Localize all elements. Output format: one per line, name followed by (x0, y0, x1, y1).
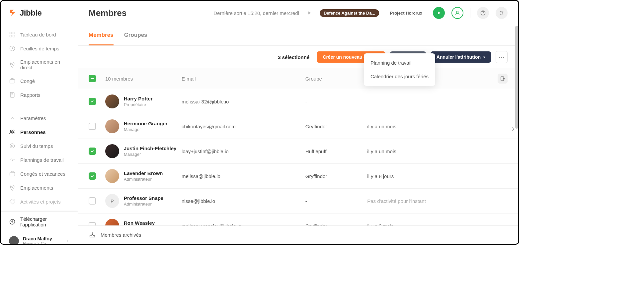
sidebar-item-work-schedules[interactable]: Plannings de travail (1, 153, 78, 167)
svg-point-16 (456, 11, 458, 13)
sidebar-item-label: Activités et projets (20, 199, 61, 205)
sidebar-item-label: Paramètres (20, 115, 46, 121)
table-row[interactable]: Hermione Granger Manager chikoritayes@gm… (78, 114, 518, 139)
profile-org: Hogwarts Co (23, 241, 62, 245)
tabs: Membres Groupes (78, 25, 518, 46)
avatar (9, 236, 19, 245)
row-checkbox[interactable] (89, 197, 96, 205)
member-name: Professor Snape (124, 195, 163, 201)
member-activity: Pas d'activité pour l'instant (367, 198, 491, 204)
sidebar-item-settings[interactable]: Paramètres (1, 111, 78, 125)
sidebar-item-label: Rapports (20, 92, 40, 98)
avatar (105, 144, 119, 158)
svg-rect-6 (10, 80, 15, 83)
unassign-button[interactable]: Annuler l'attribution ▾ (431, 51, 491, 63)
report-icon (9, 91, 16, 98)
dashboard-icon (9, 31, 16, 38)
settings-button[interactable] (496, 7, 508, 19)
sidebar-item-time-tracking[interactable]: Suivi du temps (1, 139, 78, 153)
page-title: Membres (89, 8, 207, 18)
member-email: melissa+32@jibble.io (182, 99, 305, 104)
sidebar-item-label: Congés et vacances (20, 171, 65, 177)
row-checkbox[interactable] (89, 172, 96, 180)
tag-icon (9, 198, 16, 205)
sidebar-item-leave-vacations[interactable]: Congés et vacances (1, 167, 78, 181)
location-icon (9, 184, 16, 191)
download-icon (9, 218, 16, 225)
table-row[interactable]: Justin Finch-Fletchley Manager loay+just… (78, 139, 518, 164)
svg-point-14 (13, 200, 14, 201)
sidebar-item-people[interactable]: Personnes (1, 125, 78, 139)
sidebar-item-activities[interactable]: Activités et projets (1, 195, 78, 209)
avatar (105, 119, 119, 133)
svg-rect-12 (10, 172, 15, 176)
svg-rect-3 (13, 35, 15, 37)
sidebar-item-timesheets[interactable]: Feuilles de temps (1, 41, 78, 55)
table-row[interactable]: Ron Weasley Administrateur melissa+weasl… (78, 213, 518, 225)
svg-point-13 (12, 186, 13, 187)
header: Membres Dernière sortie 15:20, dernier m… (78, 1, 518, 25)
sidebar-bottom: Télécharger l'application Draco Malfoy H… (1, 211, 78, 245)
scrollbar-thumb[interactable] (515, 26, 518, 129)
sidebar-item-label: Plannings de travail (20, 157, 64, 163)
table-row[interactable]: Lavender Brown Administrateur melissa@ji… (78, 164, 518, 189)
sidebar-profile[interactable]: Draco Malfoy Hogwarts Co (1, 232, 78, 245)
table-row[interactable]: P Professor Snape Administrateur nisse@j… (78, 189, 518, 213)
row-checkbox[interactable] (89, 123, 96, 130)
avatar: P (105, 194, 119, 208)
table-row[interactable]: Harry Potter Propriétaire melissa+32@jib… (78, 89, 518, 114)
dropdown-item-holiday-calendar[interactable]: Calendrier des jours fériés (364, 70, 435, 83)
tab-members[interactable]: Membres (89, 25, 114, 45)
schedule-icon (9, 156, 16, 163)
col-email-header: E-mail (182, 76, 305, 82)
timer-play-button[interactable] (433, 7, 445, 19)
member-group: Gryffindor (305, 124, 367, 129)
main-content: Membres Dernière sortie 15:20, dernier m… (78, 1, 518, 244)
member-email: melissa+weasley@jibble.io (182, 223, 305, 226)
sidebar-item-label: Congé (20, 78, 35, 84)
sidebar-item-label: Emplacements en direct (20, 59, 70, 70)
svg-rect-2 (10, 35, 12, 37)
briefcase-icon (9, 170, 16, 177)
archived-label: Membres archivés (101, 232, 141, 238)
member-role: Administrateur (124, 177, 163, 182)
member-group: Hufflepuff (305, 149, 367, 154)
sidebar-item-dashboard[interactable]: Tableau de bord (1, 28, 78, 41)
sidebar-item-live-locations[interactable]: Emplacements en direct (1, 55, 78, 74)
dropdown-item-work-schedule[interactable]: Planning de travail (364, 56, 435, 70)
sidebar-item-label: Télécharger l'application (20, 216, 70, 227)
sidebar-item-leave[interactable]: Congé (1, 74, 78, 88)
sidebar-item-label: Feuilles de temps (20, 46, 59, 51)
sidebar-item-download[interactable]: Télécharger l'application (1, 212, 78, 232)
sidebar-item-reports[interactable]: Rapports (1, 88, 78, 102)
member-name: Hermione Granger (124, 121, 168, 126)
svg-point-9 (13, 130, 14, 132)
svg-rect-0 (10, 32, 12, 34)
help-button[interactable] (477, 7, 489, 19)
archived-members[interactable]: Membres archivés (78, 225, 518, 244)
member-email: loay+justinf@jibble.io (182, 149, 305, 154)
play-small-icon[interactable] (306, 9, 313, 17)
divider (470, 8, 470, 18)
member-group: - (305, 198, 367, 204)
logo[interactable]: Jibble (1, 1, 78, 25)
member-group: - (305, 99, 367, 104)
member-role: Propriétaire (124, 102, 153, 107)
tab-groups[interactable]: Groupes (124, 25, 147, 45)
more-button[interactable]: ⋯ (496, 51, 508, 63)
tracking-icon (9, 143, 16, 149)
member-email: melissa@jibble.io (182, 173, 305, 179)
chevron-right-icon[interactable] (510, 126, 516, 132)
row-checkbox[interactable] (89, 222, 96, 225)
project-chip-1[interactable]: Defence Against the Da... (320, 9, 379, 17)
project-chip-2[interactable]: Project Horcrux (386, 9, 426, 17)
row-checkbox[interactable] (89, 148, 96, 155)
add-member-button[interactable] (498, 74, 508, 84)
user-outline-button[interactable] (451, 7, 463, 19)
select-all-checkbox[interactable] (89, 75, 96, 82)
sidebar-item-locations[interactable]: Emplacements (1, 181, 78, 195)
member-activity: il y a 3 mois (367, 223, 491, 226)
row-checkbox[interactable] (89, 98, 96, 105)
table-header: 10 membres E-mail Groupe (78, 68, 518, 89)
member-name: Harry Potter (124, 96, 153, 101)
